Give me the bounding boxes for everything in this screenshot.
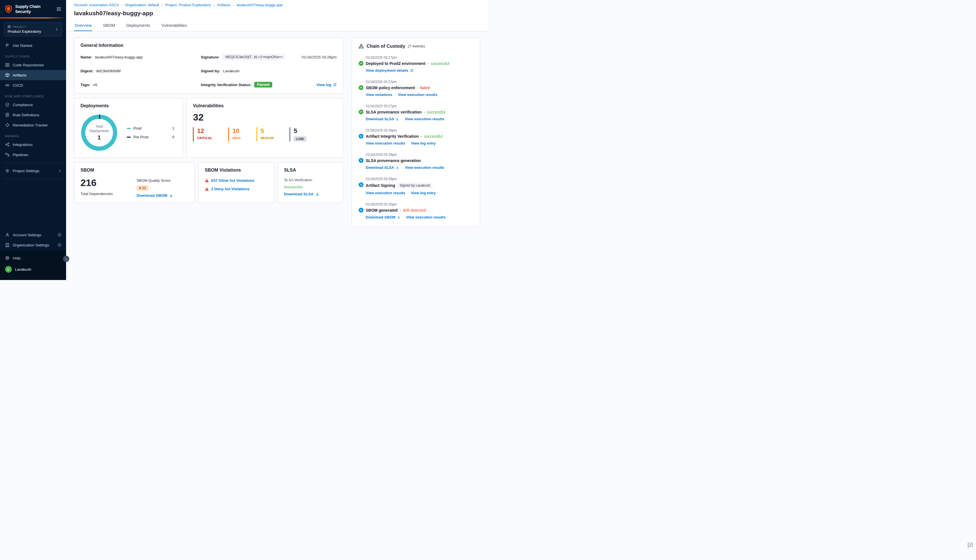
sidebar-item-label: Rule Definitions	[13, 113, 40, 117]
tab-overview[interactable]: Overview	[74, 20, 92, 31]
sidebar-item-project-settings[interactable]: Project Settings	[0, 166, 66, 176]
breadcrumb-current-artifact[interactable]: lavakush07/easy-buggy-app	[237, 3, 283, 7]
artifact-signing-event-icon	[359, 182, 364, 187]
sidebar-item-get-started[interactable]: Get Started	[0, 40, 66, 50]
donut-center-value: 1	[87, 134, 111, 141]
view-deployment-details-link[interactable]: View deployment details	[366, 68, 414, 73]
card-title: SLSA	[284, 168, 337, 173]
view-execution-results-link[interactable]: View execution results	[405, 117, 444, 121]
sidebar-item-integrations[interactable]: Integrations	[0, 140, 66, 150]
event-status: successful	[427, 110, 445, 114]
view-execution-results-link[interactable]: View execution results	[398, 93, 437, 97]
view-execution-results-link[interactable]: View execution results	[366, 191, 405, 195]
external-link-icon	[333, 83, 337, 87]
view-execution-results-link[interactable]: View execution results	[406, 215, 445, 219]
name-value: lavakush07/easy-buggy-app	[95, 55, 143, 59]
project-name: Product Exploratory	[8, 29, 55, 33]
breadcrumb-artifacts-link[interactable]: Artifacts	[217, 3, 230, 7]
breadcrumb-project-link[interactable]: Project: Product Exploratory	[165, 3, 211, 7]
left-column: General Information Name: lavakush07/eas…	[74, 38, 343, 203]
download-slsa-link[interactable]: Download SLSA	[366, 165, 399, 170]
deployments-donut-chart: Total Deployments 1	[81, 115, 117, 151]
sbom-total-dependencies: 216	[80, 177, 113, 188]
view-log-link[interactable]: View log	[316, 83, 337, 87]
coc-event-slsa-verification: 01/16/2025 03:27pm SLSA provenance verif…	[359, 104, 473, 121]
view-log-entry-link[interactable]: View log entry	[411, 191, 436, 195]
event-timestamp: 01/16/2025 03:27pm	[366, 80, 473, 84]
sidebar-item-cicd[interactable]: CI/CD	[0, 80, 66, 90]
sidebar-item-help[interactable]: Help	[0, 253, 66, 263]
prod-swatch	[127, 128, 131, 129]
event-status: successful	[424, 134, 442, 138]
sidebar-item-label: Account Settings	[13, 233, 41, 237]
breadcrumb-organization-link[interactable]: Organization: default	[125, 3, 159, 7]
signature-label: Signature:	[201, 55, 220, 59]
page-header: Account: Automation-SSCA › Organization:…	[66, 0, 488, 20]
slsa-verification-label: SLSA Verification	[284, 178, 337, 182]
severity-high: 10 HIGH	[228, 127, 240, 142]
tab-deployments[interactable]: Deployments	[126, 20, 151, 31]
signed-by-label: Signed by:	[201, 69, 220, 73]
project-label: PROJECT	[12, 25, 26, 28]
download-sbom-link[interactable]: Download SBOM	[366, 215, 400, 219]
download-sbom-link[interactable]: Download SBOM	[137, 193, 188, 198]
view-execution-results-link[interactable]: View execution results	[405, 165, 444, 170]
download-sbom-label: Download SBOM	[137, 193, 167, 198]
integrations-icon	[5, 142, 10, 147]
sidebar-collapse-handle[interactable]: ‹	[63, 256, 69, 262]
card-title: SBOM Violations	[205, 168, 268, 173]
page-title: lavakush07/easy-buggy-app	[74, 10, 480, 17]
chain-of-custody-title: Chain of Custody	[367, 43, 405, 49]
logo-accent-divider	[0, 18, 66, 18]
event-title: Artifact Signing	[366, 183, 395, 188]
allow-list-violations-link[interactable]: 637 Allow list Violations	[211, 178, 254, 183]
slsa-verification-event-icon	[359, 110, 364, 114]
sidebar: Supply Chain Security PROJECT Product Ex	[0, 0, 66, 280]
sbom-total-label: Total Dependencies	[80, 192, 113, 196]
view-log-entry-link[interactable]: View log entry	[411, 141, 436, 145]
download-slsa-link[interactable]: Download SLSA	[366, 117, 399, 121]
sidebar-item-remediation-tracker[interactable]: Remediation Tracker	[0, 120, 66, 130]
severity-count: 5	[261, 127, 274, 134]
severity-critical: 12 CRITICAL	[193, 127, 212, 142]
coc-event-sbom-policy-enforcement: 01/16/2025 03:27pm SBOM policy enforceme…	[359, 80, 473, 97]
link-label: Download SLSA	[366, 117, 394, 121]
tab-vulnerabilities[interactable]: Vulnerabilities	[161, 20, 187, 31]
tags-value: v5	[93, 83, 97, 87]
right-column: Chain of Custody (7 events) 01/16/2025 0…	[352, 38, 480, 227]
download-slsa-link[interactable]: Download SLSA	[284, 192, 337, 196]
event-status: successful	[430, 61, 449, 66]
sidebar-item-code-repositories[interactable]: Code Repositories	[0, 60, 66, 70]
sidebar-item-label: Integrations	[13, 143, 33, 147]
breadcrumb-account-link[interactable]: Account: Automation-SSCA	[74, 3, 119, 7]
slsa-card: SLSA SLSA Verification Successful Downlo…	[278, 162, 343, 203]
nav-heading-risk-compliance: RISK AND COMPLIANCE	[5, 95, 66, 98]
sidebar-user[interactable]: L Lavakush	[0, 263, 66, 275]
download-slsa-label: Download SLSA	[284, 192, 314, 196]
view-violations-link[interactable]: View violations	[366, 93, 392, 97]
sidebar-item-artifacts[interactable]: Artifacts	[0, 70, 66, 80]
sidebar-item-rule-definitions[interactable]: Rule Definitions	[0, 110, 66, 120]
sidebar-item-organization-settings[interactable]: Organization Settings	[0, 240, 66, 250]
coc-event-sbom-generated: 01/16/2025 03:25pm SBOM generated - drif…	[359, 202, 473, 219]
event-timestamp: 01/16/2025 03:25pm	[366, 202, 473, 206]
breadcrumb-separator-icon: ›	[162, 3, 163, 7]
deny-list-violations-link[interactable]: 2 Deny list Violations	[211, 187, 250, 191]
view-execution-results-link[interactable]: View execution results	[366, 141, 405, 145]
apps-grid-icon[interactable]	[55, 6, 62, 12]
event-timestamp: 01/16/2025 03:26pm	[366, 177, 473, 181]
digest-label: Digest:	[80, 69, 93, 73]
sidebar-item-compliance[interactable]: Compliance	[0, 100, 66, 110]
event-title: SBOM policy enforcement	[366, 85, 415, 90]
chain-of-custody-icon	[359, 44, 364, 49]
sidebar-item-pipelines[interactable]: Pipelines	[0, 150, 66, 160]
sidebar-item-account-settings[interactable]: Account Settings	[0, 230, 66, 240]
signature-value: MEQCICde2VjIT...bL+2+mqnOXw==	[222, 54, 286, 60]
integrity-verification-event-icon	[359, 134, 364, 138]
tab-sbom[interactable]: SBOM	[102, 20, 115, 31]
project-selector[interactable]: PROJECT Product Exploratory	[4, 22, 62, 37]
coc-event-slsa-generation: 01/16/2025 03:26pm SLSA provenance gener…	[359, 153, 473, 170]
warning-icon	[205, 187, 209, 191]
link-label: View execution results	[405, 165, 444, 170]
sidebar-item-label: Pipelines	[13, 153, 28, 157]
